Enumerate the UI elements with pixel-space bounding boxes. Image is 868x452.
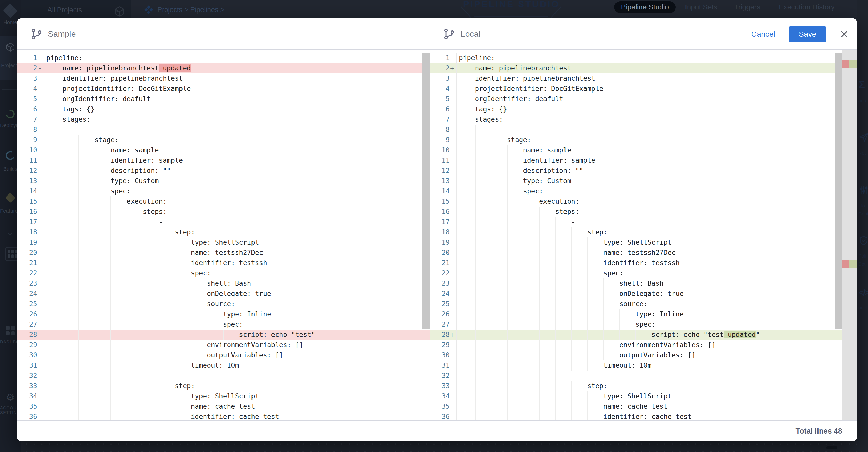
save-button[interactable]: Save bbox=[788, 26, 827, 42]
tab-input-sets[interactable]: Input Sets bbox=[685, 0, 717, 14]
code-line: 29 environmentVariables: [] bbox=[17, 340, 430, 350]
git-branch-icon bbox=[443, 28, 455, 40]
breadcrumb[interactable]: Projects > Pipelines > bbox=[144, 4, 224, 16]
code-line: 20 name: testssh27Dec bbox=[17, 248, 430, 258]
char-diff-highlight: _updated bbox=[159, 64, 191, 72]
code-line: 4 projectIdentifier: DocGitExample bbox=[430, 84, 857, 94]
breadcrumb-text: Projects > Pipelines > bbox=[157, 6, 224, 14]
code-icon[interactable]: </> bbox=[859, 288, 868, 297]
diff-modal: Sample Local Cancel Save 1pipeline:2- na… bbox=[17, 19, 857, 441]
code-line: 30 outputVariables: [] bbox=[430, 350, 857, 360]
code-line: 14 spec: bbox=[17, 186, 430, 196]
code-line: 3 identifier: pipelinebranchtest bbox=[17, 73, 430, 84]
code-line: 9 stage: bbox=[17, 135, 430, 145]
code-line: 31 timeout: 10m bbox=[430, 360, 857, 370]
canvas-element bbox=[826, 446, 837, 449]
shield-check-icon[interactable] bbox=[859, 235, 868, 247]
code-line: 15 execution: bbox=[430, 196, 857, 206]
code-line: 33 step: bbox=[17, 381, 430, 391]
rail-item-policy-1[interactable]: Poli bbox=[858, 253, 866, 259]
code-line: 23 shell: Bash bbox=[17, 278, 430, 289]
code-line: 33 step: bbox=[430, 381, 857, 391]
code-line: 1pipeline: bbox=[17, 53, 430, 63]
code-line: 34 type: ShellScript bbox=[17, 391, 430, 401]
rail-item-flow-control-1[interactable]: Flo bbox=[858, 203, 865, 208]
code-line: 28+ script: echo "test_updated" bbox=[430, 329, 857, 340]
close-icon[interactable] bbox=[840, 30, 848, 38]
code-line: 28- script: echo "test" bbox=[17, 329, 430, 340]
paper-plane-icon[interactable] bbox=[859, 132, 868, 143]
modal-footer: Total lines 48 bbox=[17, 420, 857, 441]
code-line: 23 shell: Bash bbox=[430, 278, 857, 289]
tab-triggers[interactable]: Triggers bbox=[734, 0, 760, 14]
code-line: 29 environmentVariables: [] bbox=[430, 340, 857, 350]
sidebar-divider bbox=[2, 89, 19, 90]
diff-editor-original[interactable]: 1pipeline:2- name: pipelinebranchtest_up… bbox=[17, 50, 430, 420]
pane-divider bbox=[430, 19, 430, 50]
code-line: 34 type: ShellScript bbox=[430, 391, 857, 401]
diff-marker-line2 bbox=[842, 60, 857, 68]
diff-editor-modified[interactable]: 1pipeline:2+ name: pipelinebranchtest3 i… bbox=[430, 50, 857, 420]
sliders-icon[interactable] bbox=[859, 185, 868, 196]
modal-actions: Cancel Save bbox=[751, 19, 848, 50]
rail-item-variables[interactable]: aria bbox=[858, 98, 866, 103]
right-pane-header: Local bbox=[443, 19, 480, 50]
rail-item-model[interactable]: odel bbox=[858, 305, 867, 311]
code-line: 10 name: sample bbox=[430, 145, 857, 155]
left-pane-header: Sample bbox=[31, 19, 76, 50]
code-line: 6 tags: {} bbox=[430, 104, 857, 114]
code-line: 14 spec: bbox=[430, 186, 857, 196]
git-branch-icon bbox=[31, 28, 42, 40]
left-scrollbar[interactable] bbox=[423, 53, 430, 329]
code-line: 1pipeline: bbox=[430, 53, 857, 63]
code-line: 27 spec: bbox=[430, 319, 857, 329]
code-line: 17 - bbox=[17, 217, 430, 227]
code-lines-right: 1pipeline:2+ name: pipelinebranchtest3 i… bbox=[430, 53, 857, 420]
code-line: 27 spec: bbox=[17, 319, 430, 329]
code-line: 30 outputVariables: [] bbox=[17, 350, 430, 360]
code-line: 24 onDelegate: true bbox=[430, 289, 857, 299]
code-line: 13 type: Custom bbox=[430, 176, 857, 186]
code-line: 21 identifier: testssh bbox=[17, 258, 430, 268]
code-line: 18 step: bbox=[430, 227, 857, 237]
code-line: 36 identifier: cache_test bbox=[430, 412, 857, 420]
code-line: 16 steps: bbox=[17, 206, 430, 217]
right-scrollbar[interactable] bbox=[835, 53, 842, 329]
code-line: 10 name: sample bbox=[17, 145, 430, 155]
code-line: 7 stages: bbox=[430, 114, 857, 125]
code-line: 5 orgIdentifier: deafult bbox=[430, 94, 857, 104]
code-line: 2+ name: pipelinebranchtest bbox=[430, 63, 857, 73]
code-line: 13 type: Custom bbox=[17, 176, 430, 186]
tab-pipeline-studio[interactable]: Pipeline Studio bbox=[614, 1, 676, 13]
total-lines-label: Total lines 48 bbox=[796, 427, 842, 435]
code-line: 7 stages: bbox=[17, 114, 430, 125]
pipeline-studio-watermark: PIPELINE STUDIO bbox=[435, 0, 588, 9]
code-line: 32 - bbox=[430, 370, 857, 381]
code-line: 4 projectIdentifier: DocGitExample bbox=[17, 84, 430, 94]
char-diff-highlight: _updated bbox=[724, 331, 756, 338]
code-line: 35 name: cache test bbox=[17, 401, 430, 412]
code-line: 19 type: ShellScript bbox=[17, 237, 430, 248]
tab-execution-history[interactable]: Execution History bbox=[779, 0, 835, 14]
code-line: 25 source: bbox=[17, 299, 430, 309]
overview-ruler[interactable] bbox=[842, 50, 857, 420]
code-line: 24 onDelegate: true bbox=[17, 289, 430, 299]
code-line: 25 source: bbox=[430, 299, 857, 309]
code-line: 22 spec: bbox=[17, 268, 430, 278]
rail-item-flow-control-2[interactable]: Cont bbox=[858, 211, 868, 217]
cube-icon bbox=[114, 6, 125, 18]
code-line: 12 description: "" bbox=[17, 165, 430, 176]
rail-item-notify[interactable]: Not bbox=[858, 150, 866, 156]
rail-item-policy-2[interactable]: Set bbox=[858, 261, 866, 267]
diff-body: 1pipeline:2- name: pipelinebranchtest_up… bbox=[17, 50, 857, 420]
code-line: 17 - bbox=[430, 217, 857, 227]
cancel-button[interactable]: Cancel bbox=[751, 30, 775, 38]
code-line: 9 stage: bbox=[430, 135, 857, 145]
code-line: 6 tags: {} bbox=[17, 104, 430, 114]
code-line: 8 - bbox=[430, 125, 857, 135]
code-line: 8 - bbox=[17, 125, 430, 135]
code-line: 21 identifier: testssh bbox=[430, 258, 857, 268]
sigma-icon[interactable]: Σ bbox=[859, 78, 868, 91]
code-line: 31 timeout: 10m bbox=[17, 360, 430, 370]
code-line: 5 orgIdentifier: deafult bbox=[17, 94, 430, 104]
